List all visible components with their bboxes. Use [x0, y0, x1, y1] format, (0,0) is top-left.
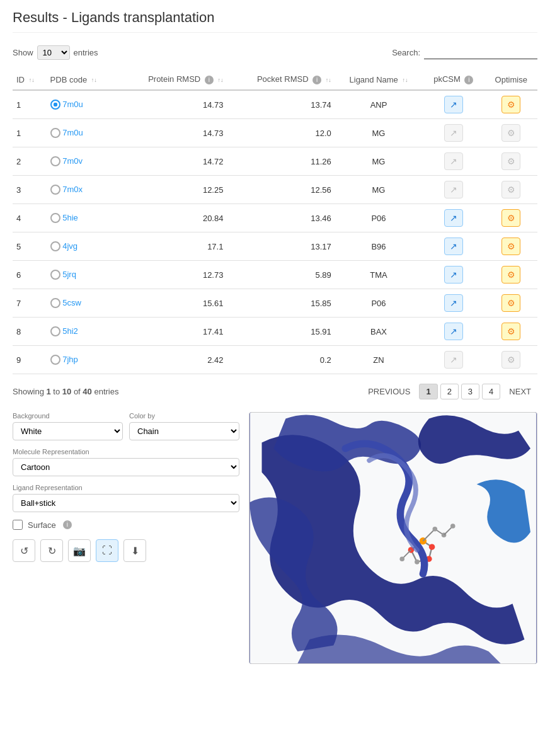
prev-button[interactable]: PREVIOUS	[362, 384, 416, 399]
page-4-button[interactable]: 4	[482, 384, 500, 399]
show-entries-select[interactable]: 10 25 50 100	[37, 45, 70, 60]
next-button[interactable]: NEXT	[503, 384, 537, 399]
cell-pocket-rmsd: 12.56	[227, 176, 335, 204]
cell-optimise: ⚙	[484, 346, 537, 374]
cell-pocket-rmsd: 13.46	[227, 204, 335, 232]
cell-radio[interactable]: 5csw	[47, 289, 118, 318]
cell-pocket-rmsd: 0.2	[227, 346, 335, 374]
screenshot-button[interactable]: 📷	[68, 539, 91, 562]
optimise-button[interactable]: ⚙	[501, 323, 520, 340]
cell-id: 1	[13, 119, 47, 147]
row-radio[interactable]	[50, 270, 60, 280]
row-radio[interactable]	[50, 326, 60, 336]
spin-button[interactable]: ↻	[40, 539, 63, 562]
cell-radio[interactable]: 7m0u	[47, 90, 118, 119]
fullscreen-button[interactable]: ⛶	[96, 539, 118, 562]
surface-checkbox[interactable]	[13, 520, 23, 530]
row-radio[interactable]	[50, 241, 60, 251]
table-row: 6 5jrq 12.73 5.89 TMA ↗ ⚙	[13, 261, 537, 289]
cell-ligand-name: MG	[335, 176, 422, 204]
sort-pdb[interactable]: ↑↓	[91, 77, 97, 83]
page-1-button[interactable]: 1	[419, 384, 437, 399]
pdb-link[interactable]: 7m0v	[62, 156, 83, 166]
row-radio[interactable]	[50, 100, 60, 110]
optimise-button[interactable]: ⚙	[501, 96, 520, 113]
pkcsm-button[interactable]: ↗	[444, 209, 463, 227]
molecule-rep-select[interactable]: Cartoon Ball+stick Ribbon Surface Line	[13, 458, 239, 476]
protein-rmsd-info[interactable]: i	[205, 76, 214, 84]
optimise-button[interactable]: ⚙	[501, 266, 520, 284]
pdb-link[interactable]: 5csw	[62, 298, 81, 307]
reset-view-button[interactable]: ↺	[13, 539, 35, 562]
pkcsm-info[interactable]: i	[464, 76, 473, 84]
cell-id: 9	[13, 346, 47, 374]
cell-id: 4	[13, 204, 47, 232]
pdb-link[interactable]: 5hie	[62, 213, 78, 222]
row-radio[interactable]	[50, 298, 60, 308]
download-button[interactable]: ⬇	[123, 539, 146, 562]
pocket-rmsd-info[interactable]: i	[312, 76, 321, 84]
pagination-info: Showing 1 to 10 of 40 entries	[13, 387, 118, 396]
pkcsm-button-disabled: ↗	[444, 152, 463, 170]
pkcsm-button[interactable]: ↗	[444, 238, 463, 255]
optimise-button-disabled: ⚙	[501, 351, 520, 369]
background-select[interactable]: White Black Grey	[13, 422, 123, 440]
pdb-link[interactable]: 5hi2	[62, 326, 78, 336]
cell-protein-rmsd: 12.73	[118, 261, 227, 289]
sort-ligand[interactable]: ↑↓	[402, 77, 408, 83]
surface-info[interactable]: i	[63, 520, 72, 529]
cell-radio[interactable]: 5hi2	[47, 318, 118, 346]
optimise-button[interactable]: ⚙	[501, 294, 520, 312]
cell-protein-rmsd: 17.1	[118, 232, 227, 261]
pdb-link[interactable]: 7m0u	[62, 128, 83, 137]
cell-radio[interactable]: 7m0x	[47, 176, 118, 204]
molecule-rep-label: Molecule Representation	[13, 448, 239, 455]
page-2-button[interactable]: 2	[440, 384, 459, 399]
optimise-button[interactable]: ⚙	[501, 238, 520, 255]
page-3-button[interactable]: 3	[461, 384, 479, 399]
pkcsm-button[interactable]: ↗	[444, 323, 463, 340]
row-radio[interactable]	[50, 213, 60, 223]
color-by-select[interactable]: Chain Residue Secondary Structure Atom	[129, 422, 239, 440]
sort-id[interactable]: ↑↓	[29, 77, 35, 83]
pkcsm-button[interactable]: ↗	[444, 96, 463, 113]
table-row: 8 5hi2 17.41 15.91 BAX ↗ ⚙	[13, 318, 537, 346]
table-row: 4 5hie 20.84 13.46 P06 ↗ ⚙	[13, 204, 537, 232]
ligand-rep-select[interactable]: Ball+stick Stick Sphere Line	[13, 494, 239, 512]
pdb-link[interactable]: 7m0x	[62, 185, 83, 194]
pdb-link[interactable]: 7jhp	[62, 355, 78, 364]
pkcsm-button[interactable]: ↗	[444, 266, 463, 284]
cell-protein-rmsd: 14.73	[118, 90, 227, 119]
protein-viewer	[249, 412, 537, 664]
cell-pkcsm: ↗	[422, 318, 484, 346]
cell-pkcsm: ↗	[422, 90, 484, 119]
pdb-link[interactable]: 4jvg	[62, 241, 77, 251]
cell-radio[interactable]: 7m0u	[47, 119, 118, 147]
pdb-link[interactable]: 7m0u	[62, 100, 83, 109]
cell-ligand-name: BAX	[335, 318, 422, 346]
cell-ligand-name: B96	[335, 232, 422, 261]
cell-id: 5	[13, 232, 47, 261]
row-radio[interactable]	[50, 128, 60, 138]
cell-radio[interactable]: 7jhp	[47, 346, 118, 374]
search-input[interactable]	[424, 47, 537, 59]
row-radio[interactable]	[50, 156, 60, 166]
cell-radio[interactable]: 7m0v	[47, 147, 118, 176]
cell-pocket-rmsd: 11.26	[227, 147, 335, 176]
cell-optimise: ⚙	[484, 90, 537, 119]
row-radio[interactable]	[50, 185, 60, 195]
cell-radio[interactable]: 5jrq	[47, 261, 118, 289]
sort-protein-rmsd[interactable]: ↑↓	[217, 77, 223, 83]
cell-optimise: ⚙	[484, 176, 537, 204]
cell-protein-rmsd: 14.72	[118, 147, 227, 176]
pkcsm-button[interactable]: ↗	[444, 294, 463, 312]
cell-radio[interactable]: 4jvg	[47, 232, 118, 261]
pdb-link[interactable]: 5jrq	[62, 270, 76, 279]
cell-pkcsm: ↗	[422, 204, 484, 232]
optimise-button[interactable]: ⚙	[501, 209, 520, 227]
cell-optimise: ⚙	[484, 147, 537, 176]
row-radio[interactable]	[50, 355, 60, 365]
sort-pocket-rmsd[interactable]: ↑↓	[326, 77, 331, 83]
col-optimise: Optimise	[484, 69, 537, 90]
cell-radio[interactable]: 5hie	[47, 204, 118, 232]
